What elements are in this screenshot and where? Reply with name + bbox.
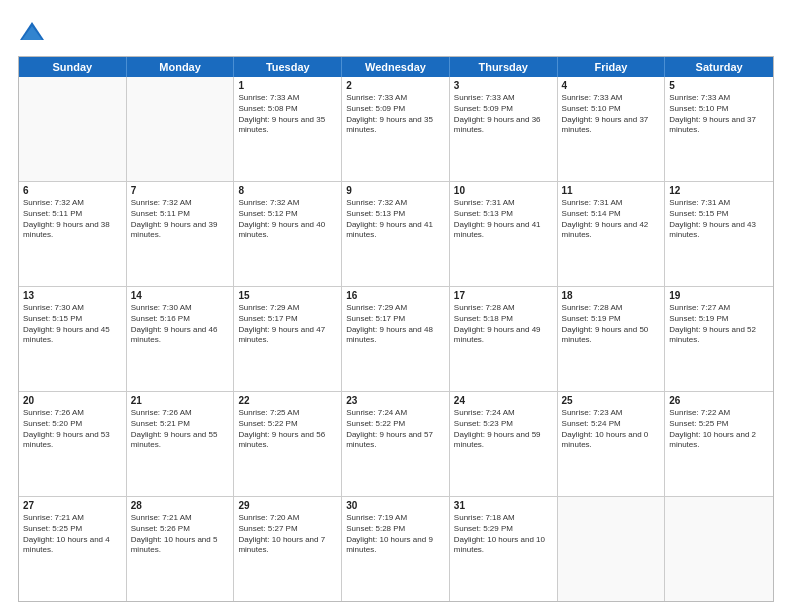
day-number: 18 bbox=[562, 290, 661, 301]
cell-details: Sunrise: 7:28 AM Sunset: 5:18 PM Dayligh… bbox=[454, 303, 553, 346]
calendar-cell-1-1: 7Sunrise: 7:32 AM Sunset: 5:11 PM Daylig… bbox=[127, 182, 235, 286]
day-number: 9 bbox=[346, 185, 445, 196]
cell-details: Sunrise: 7:33 AM Sunset: 5:09 PM Dayligh… bbox=[454, 93, 553, 136]
calendar-row-0: 1Sunrise: 7:33 AM Sunset: 5:08 PM Daylig… bbox=[19, 77, 773, 181]
calendar-cell-3-3: 23Sunrise: 7:24 AM Sunset: 5:22 PM Dayli… bbox=[342, 392, 450, 496]
calendar-cell-1-3: 9Sunrise: 7:32 AM Sunset: 5:13 PM Daylig… bbox=[342, 182, 450, 286]
logo-icon bbox=[18, 18, 46, 46]
header bbox=[18, 18, 774, 46]
day-number: 10 bbox=[454, 185, 553, 196]
day-number: 7 bbox=[131, 185, 230, 196]
day-number: 11 bbox=[562, 185, 661, 196]
cell-details: Sunrise: 7:24 AM Sunset: 5:23 PM Dayligh… bbox=[454, 408, 553, 451]
calendar-cell-0-1 bbox=[127, 77, 235, 181]
weekday-header-saturday: Saturday bbox=[665, 57, 773, 77]
cell-details: Sunrise: 7:26 AM Sunset: 5:21 PM Dayligh… bbox=[131, 408, 230, 451]
day-number: 5 bbox=[669, 80, 769, 91]
day-number: 25 bbox=[562, 395, 661, 406]
cell-details: Sunrise: 7:27 AM Sunset: 5:19 PM Dayligh… bbox=[669, 303, 769, 346]
day-number: 6 bbox=[23, 185, 122, 196]
weekday-header-wednesday: Wednesday bbox=[342, 57, 450, 77]
cell-details: Sunrise: 7:31 AM Sunset: 5:14 PM Dayligh… bbox=[562, 198, 661, 241]
calendar: SundayMondayTuesdayWednesdayThursdayFrid… bbox=[18, 56, 774, 602]
day-number: 24 bbox=[454, 395, 553, 406]
day-number: 8 bbox=[238, 185, 337, 196]
calendar-cell-2-1: 14Sunrise: 7:30 AM Sunset: 5:16 PM Dayli… bbox=[127, 287, 235, 391]
calendar-cell-1-4: 10Sunrise: 7:31 AM Sunset: 5:13 PM Dayli… bbox=[450, 182, 558, 286]
calendar-cell-4-5 bbox=[558, 497, 666, 601]
day-number: 21 bbox=[131, 395, 230, 406]
calendar-cell-3-5: 25Sunrise: 7:23 AM Sunset: 5:24 PM Dayli… bbox=[558, 392, 666, 496]
cell-details: Sunrise: 7:19 AM Sunset: 5:28 PM Dayligh… bbox=[346, 513, 445, 556]
calendar-cell-2-2: 15Sunrise: 7:29 AM Sunset: 5:17 PM Dayli… bbox=[234, 287, 342, 391]
cell-details: Sunrise: 7:25 AM Sunset: 5:22 PM Dayligh… bbox=[238, 408, 337, 451]
cell-details: Sunrise: 7:20 AM Sunset: 5:27 PM Dayligh… bbox=[238, 513, 337, 556]
day-number: 13 bbox=[23, 290, 122, 301]
calendar-cell-4-3: 30Sunrise: 7:19 AM Sunset: 5:28 PM Dayli… bbox=[342, 497, 450, 601]
calendar-cell-4-1: 28Sunrise: 7:21 AM Sunset: 5:26 PM Dayli… bbox=[127, 497, 235, 601]
calendar-cell-4-4: 31Sunrise: 7:18 AM Sunset: 5:29 PM Dayli… bbox=[450, 497, 558, 601]
calendar-cell-1-5: 11Sunrise: 7:31 AM Sunset: 5:14 PM Dayli… bbox=[558, 182, 666, 286]
cell-details: Sunrise: 7:21 AM Sunset: 5:26 PM Dayligh… bbox=[131, 513, 230, 556]
cell-details: Sunrise: 7:32 AM Sunset: 5:11 PM Dayligh… bbox=[23, 198, 122, 241]
calendar-row-3: 20Sunrise: 7:26 AM Sunset: 5:20 PM Dayli… bbox=[19, 391, 773, 496]
calendar-header: SundayMondayTuesdayWednesdayThursdayFrid… bbox=[19, 57, 773, 77]
calendar-cell-3-1: 21Sunrise: 7:26 AM Sunset: 5:21 PM Dayli… bbox=[127, 392, 235, 496]
day-number: 19 bbox=[669, 290, 769, 301]
cell-details: Sunrise: 7:24 AM Sunset: 5:22 PM Dayligh… bbox=[346, 408, 445, 451]
calendar-cell-1-0: 6Sunrise: 7:32 AM Sunset: 5:11 PM Daylig… bbox=[19, 182, 127, 286]
page: SundayMondayTuesdayWednesdayThursdayFrid… bbox=[0, 0, 792, 612]
day-number: 23 bbox=[346, 395, 445, 406]
weekday-header-friday: Friday bbox=[558, 57, 666, 77]
day-number: 27 bbox=[23, 500, 122, 511]
calendar-cell-2-0: 13Sunrise: 7:30 AM Sunset: 5:15 PM Dayli… bbox=[19, 287, 127, 391]
cell-details: Sunrise: 7:21 AM Sunset: 5:25 PM Dayligh… bbox=[23, 513, 122, 556]
logo bbox=[18, 18, 50, 46]
calendar-cell-0-6: 5Sunrise: 7:33 AM Sunset: 5:10 PM Daylig… bbox=[665, 77, 773, 181]
calendar-cell-2-3: 16Sunrise: 7:29 AM Sunset: 5:17 PM Dayli… bbox=[342, 287, 450, 391]
cell-details: Sunrise: 7:33 AM Sunset: 5:10 PM Dayligh… bbox=[562, 93, 661, 136]
calendar-row-4: 27Sunrise: 7:21 AM Sunset: 5:25 PM Dayli… bbox=[19, 496, 773, 601]
cell-details: Sunrise: 7:30 AM Sunset: 5:15 PM Dayligh… bbox=[23, 303, 122, 346]
day-number: 29 bbox=[238, 500, 337, 511]
calendar-cell-0-5: 4Sunrise: 7:33 AM Sunset: 5:10 PM Daylig… bbox=[558, 77, 666, 181]
calendar-cell-3-2: 22Sunrise: 7:25 AM Sunset: 5:22 PM Dayli… bbox=[234, 392, 342, 496]
day-number: 30 bbox=[346, 500, 445, 511]
calendar-cell-3-0: 20Sunrise: 7:26 AM Sunset: 5:20 PM Dayli… bbox=[19, 392, 127, 496]
calendar-cell-2-5: 18Sunrise: 7:28 AM Sunset: 5:19 PM Dayli… bbox=[558, 287, 666, 391]
cell-details: Sunrise: 7:33 AM Sunset: 5:09 PM Dayligh… bbox=[346, 93, 445, 136]
weekday-header-monday: Monday bbox=[127, 57, 235, 77]
weekday-header-thursday: Thursday bbox=[450, 57, 558, 77]
calendar-cell-0-4: 3Sunrise: 7:33 AM Sunset: 5:09 PM Daylig… bbox=[450, 77, 558, 181]
calendar-cell-1-2: 8Sunrise: 7:32 AM Sunset: 5:12 PM Daylig… bbox=[234, 182, 342, 286]
day-number: 15 bbox=[238, 290, 337, 301]
calendar-cell-0-2: 1Sunrise: 7:33 AM Sunset: 5:08 PM Daylig… bbox=[234, 77, 342, 181]
day-number: 2 bbox=[346, 80, 445, 91]
day-number: 16 bbox=[346, 290, 445, 301]
day-number: 14 bbox=[131, 290, 230, 301]
calendar-row-1: 6Sunrise: 7:32 AM Sunset: 5:11 PM Daylig… bbox=[19, 181, 773, 286]
day-number: 17 bbox=[454, 290, 553, 301]
cell-details: Sunrise: 7:30 AM Sunset: 5:16 PM Dayligh… bbox=[131, 303, 230, 346]
weekday-header-sunday: Sunday bbox=[19, 57, 127, 77]
cell-details: Sunrise: 7:28 AM Sunset: 5:19 PM Dayligh… bbox=[562, 303, 661, 346]
day-number: 22 bbox=[238, 395, 337, 406]
day-number: 28 bbox=[131, 500, 230, 511]
calendar-cell-3-6: 26Sunrise: 7:22 AM Sunset: 5:25 PM Dayli… bbox=[665, 392, 773, 496]
cell-details: Sunrise: 7:32 AM Sunset: 5:11 PM Dayligh… bbox=[131, 198, 230, 241]
day-number: 12 bbox=[669, 185, 769, 196]
cell-details: Sunrise: 7:32 AM Sunset: 5:13 PM Dayligh… bbox=[346, 198, 445, 241]
cell-details: Sunrise: 7:31 AM Sunset: 5:13 PM Dayligh… bbox=[454, 198, 553, 241]
calendar-cell-4-2: 29Sunrise: 7:20 AM Sunset: 5:27 PM Dayli… bbox=[234, 497, 342, 601]
calendar-row-2: 13Sunrise: 7:30 AM Sunset: 5:15 PM Dayli… bbox=[19, 286, 773, 391]
calendar-cell-2-4: 17Sunrise: 7:28 AM Sunset: 5:18 PM Dayli… bbox=[450, 287, 558, 391]
cell-details: Sunrise: 7:29 AM Sunset: 5:17 PM Dayligh… bbox=[346, 303, 445, 346]
cell-details: Sunrise: 7:32 AM Sunset: 5:12 PM Dayligh… bbox=[238, 198, 337, 241]
day-number: 4 bbox=[562, 80, 661, 91]
cell-details: Sunrise: 7:29 AM Sunset: 5:17 PM Dayligh… bbox=[238, 303, 337, 346]
cell-details: Sunrise: 7:26 AM Sunset: 5:20 PM Dayligh… bbox=[23, 408, 122, 451]
cell-details: Sunrise: 7:18 AM Sunset: 5:29 PM Dayligh… bbox=[454, 513, 553, 556]
calendar-body: 1Sunrise: 7:33 AM Sunset: 5:08 PM Daylig… bbox=[19, 77, 773, 601]
weekday-header-tuesday: Tuesday bbox=[234, 57, 342, 77]
calendar-cell-0-0 bbox=[19, 77, 127, 181]
